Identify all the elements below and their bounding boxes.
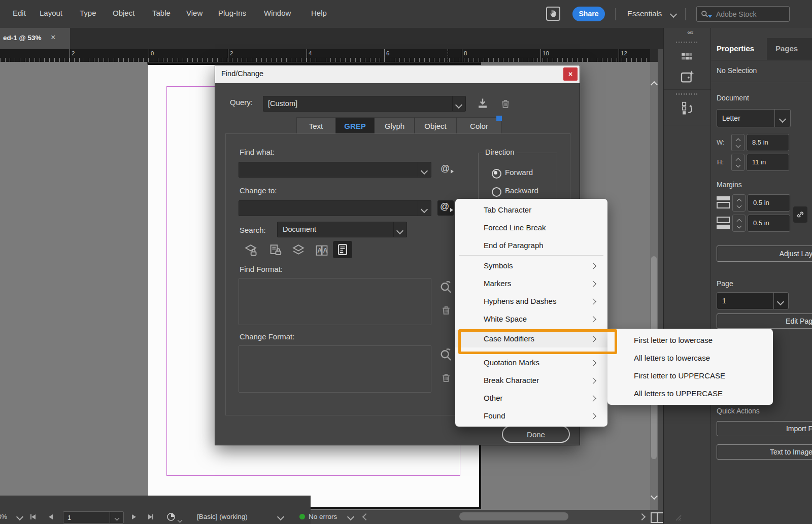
find-format-picker-icon[interactable]	[439, 280, 453, 294]
edit-page-button[interactable]: Edit Pag	[717, 313, 812, 329]
history-revert-icon[interactable]	[681, 100, 695, 116]
submenu-item-all-letters-uppercase[interactable]: All letters to UPPERCASE	[607, 385, 773, 402]
tab-glyph[interactable]: Glyph	[375, 117, 415, 134]
backward-label[interactable]: Backward	[505, 186, 538, 195]
dropdown-arrow[interactable]	[452, 96, 465, 111]
done-button[interactable]: Done	[502, 426, 570, 443]
first-page-button[interactable]	[30, 514, 36, 519]
find-what-field[interactable]	[239, 162, 431, 178]
horizontal-scrollbar-thumb[interactable]	[459, 512, 568, 520]
menu-item-markers[interactable]: Markers	[455, 274, 607, 292]
search-scope-select[interactable]: Document	[277, 222, 407, 237]
touch-hand-icon[interactable]	[546, 7, 560, 21]
menu-item-hyphens-and-dashes[interactable]: Hyphens and Dashes	[455, 292, 607, 310]
bottom-margin-field[interactable]: 0.5 in	[748, 215, 790, 232]
previous-page-button[interactable]	[49, 514, 53, 519]
adjust-layout-button[interactable]: Adjust Lay	[717, 246, 812, 262]
spread-view-icon[interactable]	[651, 512, 664, 523]
menu-item-other[interactable]: Other	[455, 389, 607, 407]
tab-text[interactable]: Text	[296, 117, 335, 134]
submenu-item-first-letter-uppercase[interactable]: First letter to UPPERCASE	[607, 367, 773, 385]
resize-grip-icon[interactable]	[674, 513, 682, 521]
workspace-switcher[interactable]: Essentials	[627, 9, 662, 18]
page-number-field[interactable]: 1	[63, 511, 124, 523]
horizontal-ruler[interactable]	[0, 49, 650, 62]
dropdown-arrow[interactable]	[418, 201, 431, 216]
stock-search-box[interactable]: Adobe Stock	[696, 6, 790, 22]
tab-grep[interactable]: GREP	[335, 117, 375, 134]
preflight-icon[interactable]	[166, 512, 176, 521]
import-file-button[interactable]: Import F	[717, 421, 812, 436]
change-format-box[interactable]	[239, 345, 431, 393]
dialog-title-bar[interactable]: Find/Change ×	[215, 65, 580, 83]
include-hidden-layers-icon[interactable]	[291, 243, 306, 257]
text-to-image-button[interactable]: Text to Image	[717, 444, 812, 460]
clear-find-format-icon[interactable]	[440, 303, 452, 317]
save-query-icon[interactable]	[476, 97, 489, 110]
menu-layout[interactable]: Layout	[40, 9, 62, 17]
menu-window[interactable]: Window	[264, 9, 291, 17]
radio-forward[interactable]	[492, 169, 501, 179]
dropdown-arrow[interactable]	[773, 293, 788, 309]
close-icon[interactable]: ×	[51, 33, 55, 42]
link-margins-button[interactable]	[793, 206, 807, 223]
last-page-button[interactable]	[148, 514, 153, 519]
case-sensitive-icon[interactable]: A A	[315, 243, 329, 257]
menu-plugins[interactable]: Plug-Ins	[218, 9, 246, 17]
collapse-panels-icon[interactable]: ««	[687, 28, 692, 36]
tab-object[interactable]: Object	[415, 117, 456, 134]
change-special-char-button[interactable]: @	[437, 200, 454, 216]
preflight-profile[interactable]: [Basic] (working)	[197, 513, 248, 520]
submenu-item-first-letter-lowercase[interactable]: First letter to lowercase	[607, 331, 773, 349]
tab-pages[interactable]: Pages	[767, 38, 812, 60]
menu-item-end-of-paragraph[interactable]: End of Paragraph	[455, 236, 607, 254]
menu-item-symbols[interactable]: Symbols	[455, 257, 607, 274]
whole-word-toggle[interactable]	[333, 241, 352, 258]
menu-help[interactable]: Help	[311, 9, 327, 17]
dropdown-arrow[interactable]	[393, 222, 407, 237]
menu-item-break-character[interactable]: Break Character	[455, 371, 607, 389]
menu-item-forced-line-break[interactable]: Forced Line Break	[455, 219, 607, 236]
change-format-picker-icon[interactable]	[439, 347, 453, 362]
height-field[interactable]: 11 in	[747, 154, 789, 171]
top-margin-field[interactable]: 0.5 in	[748, 194, 790, 212]
width-field[interactable]: 8.5 in	[747, 134, 789, 151]
include-locked-layers-icon[interactable]	[244, 243, 258, 257]
document-tab[interactable]: ed-1 @ 53% ×	[0, 28, 70, 49]
top-margin-stepper[interactable]	[732, 194, 746, 212]
find-format-box[interactable]	[239, 278, 431, 325]
share-button[interactable]: Share	[572, 7, 605, 21]
clear-change-format-icon[interactable]	[440, 371, 452, 384]
menu-item-white-space[interactable]: White Space	[455, 310, 607, 328]
search-dropdown-icon[interactable]	[708, 15, 712, 18]
tab-color[interactable]: Color	[456, 117, 502, 134]
delete-query-icon[interactable]	[499, 97, 512, 110]
menu-item-found[interactable]: Found	[455, 407, 607, 425]
menu-item-quotation-marks[interactable]: Quotation Marks	[455, 354, 607, 371]
bottom-margin-stepper[interactable]	[732, 215, 746, 232]
page-select[interactable]: 1	[717, 292, 789, 309]
page-dropdown-arrow[interactable]	[110, 512, 123, 523]
menu-edit[interactable]: Edit	[13, 9, 26, 17]
height-stepper[interactable]	[731, 154, 745, 171]
next-page-button[interactable]	[132, 514, 136, 519]
error-status-label[interactable]: No errors	[309, 513, 337, 520]
color-themes-icon[interactable]	[681, 51, 694, 63]
submenu-item-all-letters-lowercase[interactable]: All letters to lowercase	[607, 349, 773, 367]
width-stepper[interactable]	[731, 134, 745, 151]
find-special-char-button[interactable]: @	[438, 162, 455, 178]
menu-table[interactable]: Table	[152, 9, 171, 17]
dropdown-arrow[interactable]	[774, 110, 790, 127]
menu-view[interactable]: View	[186, 9, 202, 17]
menu-item-tab-character[interactable]: Tab Character	[455, 201, 607, 219]
dock-gripper[interactable]	[676, 42, 698, 43]
change-to-field[interactable]	[239, 200, 431, 216]
menu-object[interactable]: Object	[113, 9, 134, 17]
zoom-level-field[interactable]: 53%	[0, 513, 7, 520]
radio-backward[interactable]	[492, 187, 501, 197]
dock-gripper[interactable]	[676, 93, 698, 95]
dialog-close-button[interactable]: ×	[563, 67, 578, 81]
dropdown-arrow[interactable]	[418, 162, 431, 177]
tab-properties[interactable]: Properties	[711, 38, 767, 60]
generative-expand-icon[interactable]	[680, 69, 696, 85]
